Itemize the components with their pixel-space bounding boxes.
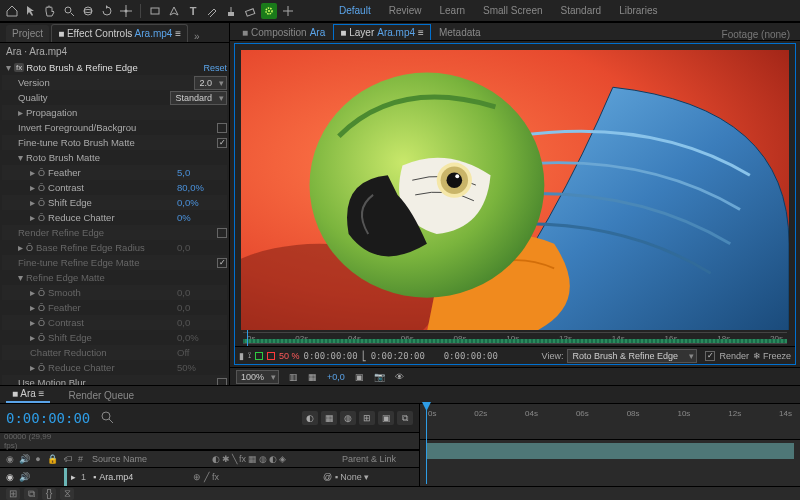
chevron-down-icon[interactable]: ▾: [18, 272, 26, 283]
chevron-right-icon[interactable]: ▸: [18, 107, 26, 118]
view-mode-dropdown[interactable]: Roto Brush & Refine Edge: [567, 349, 697, 363]
feather-value[interactable]: 5,0: [177, 167, 227, 178]
rotation-tool-icon[interactable]: [99, 3, 115, 19]
clone-stamp-tool-icon[interactable]: [223, 3, 239, 19]
motion-blur-switch-icon[interactable]: ◍: [259, 454, 267, 464]
version-dropdown[interactable]: 2.0: [194, 76, 227, 90]
effect-controls-tab[interactable]: ■ Effect Controls Ara.mp4 ≡: [51, 24, 188, 42]
rgb-channel-icon[interactable]: ▥: [289, 372, 298, 382]
solo-column-icon[interactable]: ●: [32, 454, 44, 464]
reduce-chatter-value[interactable]: 0%: [177, 212, 227, 223]
pen-tool-icon[interactable]: [166, 3, 182, 19]
use-motion-blur-checkbox[interactable]: [217, 378, 227, 386]
brush-indicator-icon[interactable]: ▮: [239, 351, 244, 361]
timeline-track-area[interactable]: 0s02s04s06s08s10s12s14s: [420, 404, 800, 486]
snapshot-icon[interactable]: 📷: [374, 372, 385, 382]
render-refine-edge-checkbox[interactable]: [217, 228, 227, 238]
render-checkbox[interactable]: [705, 351, 715, 361]
effect-heading-row[interactable]: ▾ fx Roto Brush & Refine Edge Reset: [2, 60, 227, 75]
layer-tab[interactable]: ■ Layer Ara.mp4 ≡: [333, 24, 431, 40]
timeline-playhead[interactable]: [426, 404, 427, 484]
toggle-render-time-icon[interactable]: ⧖: [60, 488, 74, 500]
quality-dropdown[interactable]: Standard: [170, 91, 227, 105]
toggle-switches-icon[interactable]: ⊞: [6, 488, 20, 500]
show-transparency-icon[interactable]: ▦: [308, 372, 317, 382]
bg-swatch[interactable]: [267, 352, 275, 360]
frame-blend-switch-icon[interactable]: ▦: [248, 454, 257, 464]
quality-switch-icon[interactable]: ╲: [232, 454, 237, 464]
invert-fg-bg-checkbox[interactable]: [217, 123, 227, 133]
eraser-tool-icon[interactable]: [242, 3, 258, 19]
parent-column[interactable]: Parent & Link: [342, 454, 419, 464]
render-queue-tab[interactable]: Render Queue: [62, 388, 140, 403]
stopwatch-icon[interactable]: Õ: [38, 198, 45, 208]
composition-tab[interactable]: ■ Composition Ara: [236, 25, 331, 40]
freeze-button[interactable]: ❄ Freeze: [753, 351, 791, 361]
bracket-in-icon[interactable]: ⎣: [362, 351, 367, 361]
draft-3d-icon[interactable]: ▣: [378, 411, 394, 425]
pickwhip-icon[interactable]: @: [323, 472, 332, 482]
source-name-column[interactable]: Source Name: [92, 454, 212, 464]
audio-column-icon[interactable]: 🔊: [18, 454, 30, 464]
comp-timeline-tab[interactable]: ■ Ara ≡: [6, 386, 50, 403]
exposure-value[interactable]: +0,0: [327, 372, 345, 382]
fine-tune-rb-matte-checkbox[interactable]: [217, 138, 227, 148]
adjustment-switch-icon[interactable]: ◐: [269, 454, 277, 464]
brainstorm-icon[interactable]: ⧉: [397, 411, 413, 425]
roto-brush-tool-icon[interactable]: [261, 3, 277, 19]
home-icon[interactable]: [4, 3, 20, 19]
frame-blend-toggle-icon[interactable]: ▦: [321, 411, 337, 425]
shy-toggle-icon[interactable]: ◐: [302, 411, 318, 425]
text-tool-icon[interactable]: T: [185, 3, 201, 19]
stopwatch-icon[interactable]: Õ: [38, 183, 45, 193]
orbit-tool-icon[interactable]: [80, 3, 96, 19]
rectangle-tool-icon[interactable]: [147, 3, 163, 19]
brush-size-label[interactable]: 50 %: [279, 351, 300, 361]
metadata-tab[interactable]: Metadata: [433, 25, 487, 40]
layer-mini-timeline[interactable]: 0s02s04s06s08s10s12s14s16s18s20s: [235, 330, 795, 346]
duration-timecode[interactable]: 0:00:20:00: [371, 351, 425, 361]
timeline-layer-row[interactable]: ◉ 🔊 ▸ 1 ▪Ara.mp4 ⊕╱fx @ ▪ None ▾: [0, 468, 419, 486]
workspace-learn[interactable]: Learn: [439, 5, 465, 16]
contrast-value[interactable]: 80,0%: [177, 182, 227, 193]
mini-playhead[interactable]: [247, 330, 248, 346]
chevron-down-icon[interactable]: ▾: [18, 152, 26, 163]
puppet-tool-icon[interactable]: [280, 3, 296, 19]
selection-tool-icon[interactable]: [23, 3, 39, 19]
workspace-standard[interactable]: Standard: [561, 5, 602, 16]
reset-effect-link[interactable]: Reset: [203, 63, 227, 73]
layer-viewer-canvas[interactable]: [235, 44, 795, 330]
hand-tool-icon[interactable]: [42, 3, 58, 19]
magnet-icon[interactable]: ⟟: [248, 350, 251, 361]
fx-badge-icon[interactable]: fx: [14, 63, 24, 72]
stopwatch-icon[interactable]: Õ: [38, 168, 45, 178]
stopwatch-icon[interactable]: Õ: [38, 213, 45, 223]
zoom-dropdown[interactable]: 100%: [236, 370, 279, 384]
workspace-default[interactable]: Default: [339, 5, 371, 16]
workspace-libraries[interactable]: Libraries: [619, 5, 657, 16]
toggle-in-out-icon[interactable]: {}: [42, 488, 56, 500]
brush-tool-icon[interactable]: [204, 3, 220, 19]
workspace-review[interactable]: Review: [389, 5, 422, 16]
chevron-down-icon[interactable]: ▾: [6, 62, 14, 73]
collapse-switch-icon[interactable]: ✱: [222, 454, 230, 464]
current-timecode[interactable]: 0:00:00:00: [444, 351, 498, 361]
layer-color-swatch[interactable]: [64, 468, 67, 486]
in-timecode[interactable]: 0:00:00:00: [304, 351, 358, 361]
layer-video-toggle-icon[interactable]: ◉: [4, 472, 16, 482]
toggle-modes-icon[interactable]: ⧉: [24, 488, 38, 500]
lock-column-icon[interactable]: 🔒: [46, 454, 58, 464]
mask-icon[interactable]: ▣: [355, 372, 364, 382]
fg-swatch[interactable]: [255, 352, 263, 360]
graph-editor-icon[interactable]: ⊞: [359, 411, 375, 425]
3d-switch-icon[interactable]: ◈: [279, 454, 286, 464]
anchor-tool-icon[interactable]: [118, 3, 134, 19]
show-snapshot-icon[interactable]: 👁: [395, 372, 404, 382]
shift-edge-value[interactable]: 0,0%: [177, 197, 227, 208]
search-icon[interactable]: [100, 410, 116, 426]
workspace-small-screen[interactable]: Small Screen: [483, 5, 542, 16]
parent-dropdown[interactable]: None: [340, 472, 362, 482]
overflow-tabs-icon[interactable]: »: [190, 31, 204, 42]
motion-blur-toggle-icon[interactable]: ◍: [340, 411, 356, 425]
video-column-icon[interactable]: ◉: [4, 454, 16, 464]
